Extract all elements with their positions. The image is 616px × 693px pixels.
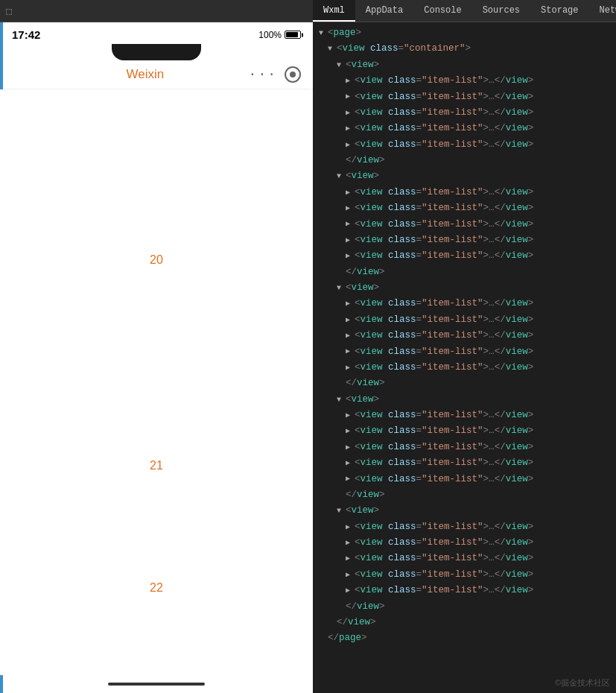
tab-bar-left: ⬚ (0, 5, 313, 17)
record-dot (290, 72, 296, 77)
toggle-icon[interactable]: ▼ (337, 282, 344, 294)
tab-network[interactable]: Networ... (589, 0, 617, 22)
xml-line[interactable]: ▶<view class="item-list">…</view> (313, 551, 616, 566)
xml-line[interactable]: </view> (313, 615, 616, 630)
xml-line[interactable]: ▼<view class="container"> (313, 41, 616, 57)
notch (112, 44, 201, 60)
toggle-icon[interactable]: ▶ (346, 187, 353, 199)
toggle-icon[interactable]: ▶ (346, 75, 353, 87)
phone-content: 20 21 22 (0, 89, 313, 675)
home-indicator (108, 683, 205, 686)
xml-line[interactable]: ▶<view class="item-list">…</view> (313, 312, 616, 328)
xml-line[interactable]: </view> (313, 153, 616, 168)
xml-line[interactable]: ▶<view class="item-list">…</view> (313, 440, 616, 455)
xml-line[interactable]: ▶<view class="item-list">…</view> (313, 200, 616, 216)
status-right: 100% (258, 30, 301, 40)
xml-line[interactable]: ▶<view class="item-list">…</view> (313, 185, 616, 200)
xml-line[interactable]: </page> (313, 630, 616, 646)
toggle-icon[interactable]: ▶ (346, 314, 353, 326)
xml-line[interactable]: ▼<view> (313, 57, 616, 73)
toggle-icon[interactable]: ▶ (346, 123, 353, 135)
xml-line[interactable]: ▶<view class="item-list">…</view> (313, 519, 616, 535)
toggle-icon[interactable]: ▼ (337, 394, 344, 406)
toggle-icon[interactable]: ▶ (346, 298, 353, 310)
wechat-header: Weixin ··· (0, 60, 313, 89)
wechat-title: Weixin (126, 67, 164, 82)
toggle-icon[interactable]: ▼ (319, 28, 326, 39)
toggle-icon[interactable]: ▶ (346, 91, 353, 103)
tab-bar: ⬚ Wxml AppData Console Sources Storage N… (0, 0, 616, 22)
toggle-icon[interactable]: ▼ (337, 60, 344, 72)
xml-line[interactable]: ▶<view class="item-list">…</view> (313, 423, 616, 439)
main-content: 17:42 100% Weixin ··· 20 (0, 22, 616, 693)
xml-line[interactable]: ▶<view class="item-list">…</view> (313, 105, 616, 121)
toggle-icon[interactable]: ▼ (337, 505, 344, 517)
xml-line[interactable]: ▶<view class="item-list">…</view> (313, 121, 616, 136)
toggle-icon[interactable]: ▶ (346, 235, 353, 247)
toggle-icon[interactable]: ▶ (346, 410, 353, 422)
notch-area (0, 44, 313, 60)
tab-appdata[interactable]: AppData (355, 0, 413, 22)
toggle-icon[interactable]: ▶ (346, 458, 353, 469)
tab-sources[interactable]: Sources (472, 0, 530, 22)
xml-line[interactable]: ▶<view class="item-list">…</view> (313, 89, 616, 105)
page-number-21: 21 (150, 459, 163, 472)
xml-line[interactable]: ▼<view> (313, 503, 616, 519)
xml-line[interactable]: ▶<view class="item-list">…</view> (313, 535, 616, 551)
toggle-icon[interactable]: ▶ (346, 569, 353, 581)
toggle-icon[interactable]: ▶ (346, 362, 353, 374)
xml-line[interactable]: ▶<view class="item-list">…</view> (313, 73, 616, 89)
watermark: ©掘金技术社区 (555, 677, 610, 689)
toggle-icon[interactable]: ▶ (346, 522, 353, 534)
toggle-icon[interactable]: ▶ (346, 442, 353, 454)
toggle-icon[interactable]: ▶ (346, 330, 353, 342)
wxml-panel[interactable]: ▼<page>▼<view class="container">▼<view>▶… (313, 22, 616, 693)
status-time: 17:42 (12, 28, 40, 41)
page-number-22: 22 (150, 581, 163, 595)
xml-line[interactable]: </view> (313, 376, 616, 391)
xml-line[interactable]: </view> (313, 487, 616, 503)
toggle-icon[interactable]: ▶ (346, 203, 353, 215)
xml-line[interactable]: ▶<view class="item-list">…</view> (313, 567, 616, 583)
xml-line[interactable]: ▶<view class="item-list">…</view> (313, 408, 616, 423)
toggle-icon[interactable]: ▶ (346, 250, 353, 262)
toggle-icon[interactable]: ▶ (346, 218, 353, 230)
toggle-icon[interactable]: ▶ (346, 139, 353, 151)
inspector-icon: ⬚ (6, 5, 12, 17)
xml-line[interactable]: ▶<view class="item-list">…</view> (313, 232, 616, 248)
xml-line[interactable]: ▶<view class="item-list">…</view> (313, 217, 616, 232)
toggle-icon[interactable]: ▼ (328, 43, 335, 55)
xml-line[interactable]: ▶<view class="item-list">…</view> (313, 360, 616, 376)
phone-bottom (0, 675, 313, 693)
toggle-icon[interactable]: ▶ (346, 346, 353, 358)
xml-line[interactable]: </view> (313, 599, 616, 615)
toggle-icon[interactable]: ▶ (346, 107, 353, 119)
xml-line[interactable]: ▶<view class="item-list">…</view> (313, 455, 616, 471)
xml-line[interactable]: ▶<view class="item-list">…</view> (313, 583, 616, 598)
toggle-icon[interactable]: ▶ (346, 473, 353, 485)
xml-line[interactable]: ▶<view class="item-list">…</view> (313, 137, 616, 153)
tab-wxml[interactable]: Wxml (313, 0, 355, 22)
xml-line[interactable]: ▼<view> (313, 168, 616, 184)
toggle-icon[interactable]: ▼ (337, 171, 344, 183)
toggle-icon[interactable]: ▶ (346, 585, 353, 597)
tab-storage[interactable]: Storage (530, 0, 588, 22)
xml-line[interactable]: ▶<view class="item-list">…</view> (313, 296, 616, 311)
battery-percent: 100% (258, 30, 282, 40)
tabs-container: Wxml AppData Console Sources Storage Net… (313, 0, 616, 22)
toggle-icon[interactable]: ▶ (346, 537, 353, 549)
xml-line[interactable]: ▶<view class="item-list">…</view> (313, 344, 616, 360)
tab-console[interactable]: Console (413, 0, 471, 22)
xml-line[interactable]: ▼<view> (313, 392, 616, 408)
xml-line[interactable]: ▶<view class="item-list">…</view> (313, 328, 616, 344)
xml-line[interactable]: ▶<view class="item-list">…</view> (313, 248, 616, 264)
xml-line[interactable]: ▶<view class="item-list">…</view> (313, 472, 616, 487)
xml-line[interactable]: ▼<page> (313, 25, 616, 41)
record-icon[interactable] (285, 66, 301, 83)
phone-simulator: 17:42 100% Weixin ··· 20 (0, 22, 313, 693)
toggle-icon[interactable]: ▶ (346, 425, 353, 437)
xml-line[interactable]: </view> (313, 265, 616, 280)
xml-line[interactable]: ▼<view> (313, 280, 616, 296)
toggle-icon[interactable]: ▶ (346, 553, 353, 565)
more-options-icon[interactable]: ··· (249, 67, 277, 82)
